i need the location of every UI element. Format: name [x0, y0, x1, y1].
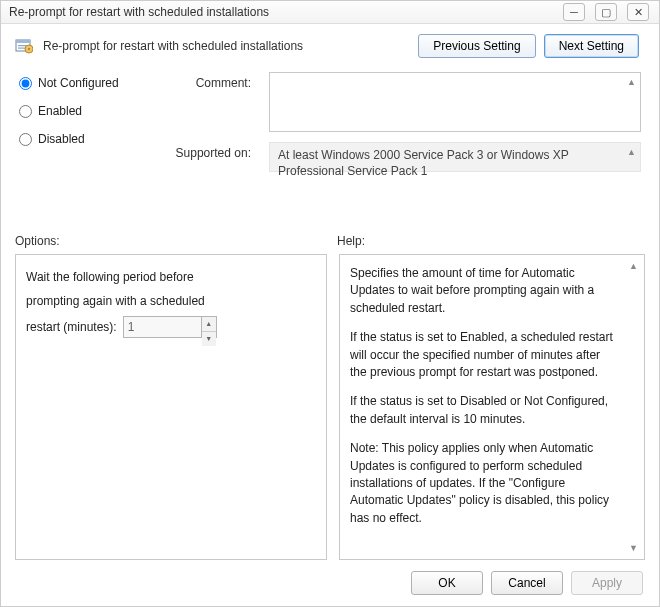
close-icon[interactable]: ✕	[627, 3, 649, 21]
footer: OK Cancel Apply	[1, 560, 659, 606]
radio-enabled-input[interactable]	[19, 105, 32, 118]
header-row: Re-prompt for restart with scheduled ins…	[1, 24, 659, 68]
header-left: Re-prompt for restart with scheduled ins…	[15, 37, 303, 55]
window-title: Re-prompt for restart with scheduled ins…	[7, 5, 269, 19]
help-heading: Help:	[337, 234, 645, 248]
option-description: Wait the following period before prompti…	[26, 265, 316, 339]
restart-minutes-input[interactable]	[123, 316, 201, 338]
options-heading: Options:	[15, 234, 337, 248]
spinner-buttons: ▲ ▼	[201, 316, 217, 338]
radio-disabled-input[interactable]	[19, 133, 32, 146]
options-pane: Wait the following period before prompti…	[15, 254, 327, 560]
option-line: prompting again with a scheduled	[26, 289, 316, 313]
supported-text: At least Windows 2000 Service Pack 3 or …	[278, 148, 569, 178]
radio-label: Not Configured	[38, 76, 119, 90]
spinner-up-icon[interactable]: ▲	[202, 317, 216, 332]
window-controls: ─ ▢ ✕	[563, 3, 649, 21]
spinner-down-icon[interactable]: ▼	[202, 332, 216, 346]
ok-button[interactable]: OK	[411, 571, 483, 595]
comment-label: Comment:	[165, 76, 251, 90]
option-line: Wait the following period before	[26, 265, 316, 289]
help-pane: ▲ Specifies the amount of time for Autom…	[339, 254, 645, 560]
radio-not-configured[interactable]: Not Configured	[19, 76, 147, 90]
help-paragraph: If the status is set to Disabled or Not …	[350, 393, 620, 428]
help-paragraph: Note: This policy applies only when Auto…	[350, 440, 620, 527]
form-labels: Comment: Supported on:	[165, 72, 251, 216]
help-paragraph: If the status is set to Enabled, a sched…	[350, 329, 620, 381]
config-row: Not Configured Enabled Disabled Comment:…	[1, 68, 659, 216]
policy-icon	[15, 37, 33, 55]
radio-label: Enabled	[38, 104, 82, 118]
supported-label: Supported on:	[165, 146, 251, 160]
policy-title: Re-prompt for restart with scheduled ins…	[43, 39, 303, 53]
option-spinner-label: restart (minutes):	[26, 315, 117, 339]
minimize-icon[interactable]: ─	[563, 3, 585, 21]
nav-buttons: Previous Setting Next Setting	[418, 34, 639, 58]
radio-not-configured-input[interactable]	[19, 77, 32, 90]
form-fields: ▲ At least Windows 2000 Service Pack 3 o…	[269, 72, 645, 216]
dialog-window: Re-prompt for restart with scheduled ins…	[0, 0, 660, 607]
previous-setting-button[interactable]: Previous Setting	[418, 34, 535, 58]
radio-disabled[interactable]: Disabled	[19, 132, 147, 146]
maximize-icon[interactable]: ▢	[595, 3, 617, 21]
restart-minutes-stepper[interactable]: ▲ ▼	[123, 316, 217, 338]
scroll-up-icon[interactable]: ▲	[627, 147, 636, 159]
radio-group: Not Configured Enabled Disabled	[19, 72, 147, 216]
section-labels: Options: Help:	[1, 216, 659, 254]
supported-field: At least Windows 2000 Service Pack 3 or …	[269, 142, 641, 172]
radio-enabled[interactable]: Enabled	[19, 104, 147, 118]
apply-button[interactable]: Apply	[571, 571, 643, 595]
content: Re-prompt for restart with scheduled ins…	[1, 24, 659, 606]
svg-point-5	[28, 48, 30, 50]
radio-label: Disabled	[38, 132, 85, 146]
option-row: restart (minutes): ▲ ▼	[26, 315, 316, 339]
scroll-down-icon[interactable]: ▼	[629, 543, 638, 553]
next-setting-button[interactable]: Next Setting	[544, 34, 639, 58]
svg-rect-1	[16, 40, 30, 43]
titlebar: Re-prompt for restart with scheduled ins…	[1, 1, 659, 24]
cancel-button[interactable]: Cancel	[491, 571, 563, 595]
panes: Wait the following period before prompti…	[1, 254, 659, 560]
scroll-up-icon[interactable]: ▲	[629, 261, 638, 271]
scroll-up-icon[interactable]: ▲	[627, 77, 636, 87]
help-text: Specifies the amount of time for Automat…	[350, 265, 634, 527]
help-paragraph: Specifies the amount of time for Automat…	[350, 265, 620, 317]
comment-field[interactable]: ▲	[269, 72, 641, 132]
